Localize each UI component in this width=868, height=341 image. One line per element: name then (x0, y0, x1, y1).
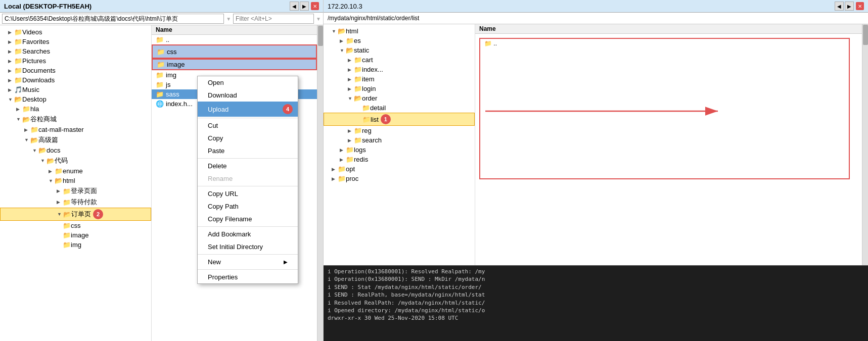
menu-copypath[interactable]: Copy Path (198, 200, 298, 213)
tree-item-hla[interactable]: ▶ 📁 hla (0, 104, 151, 114)
right-tree-redis[interactable]: ▶ 📁 redis (324, 155, 475, 164)
right-nav-prev[interactable]: ◀ (835, 2, 844, 11)
menu-upload[interactable]: Upload 4 (198, 102, 298, 117)
left-panel-close[interactable]: ✕ (311, 2, 319, 10)
left-panel-body: ▶ 📁 Videos ▶ 📁 Favorites ▶ 📁 Searches ▶ … (0, 25, 323, 341)
file-item-css[interactable]: 📁 css 3 (152, 44, 317, 59)
right-tree-html[interactable]: ▼ 📂 html (324, 26, 475, 36)
right-tree-proc[interactable]: ▶ 📁 proc (324, 174, 475, 183)
tree-item-login[interactable]: ▶ 📁 登录页面 (0, 185, 151, 197)
menu-separator-5 (198, 254, 298, 255)
menu-setinitial[interactable]: Set Initial Directory (198, 240, 298, 253)
tree-item-code[interactable]: ▼ 📂 代码 (0, 155, 151, 166)
right-tree-login[interactable]: ▶ 📁 login (324, 84, 475, 93)
tree-item-gaoji[interactable]: ▼ 📂 高级篇 (0, 134, 151, 145)
tree-item-wait[interactable]: ▶ 📁 等待付款 (0, 197, 151, 208)
menu-cut[interactable]: Cut (198, 119, 298, 132)
tree-item-image-sub[interactable]: 📁 image (0, 230, 151, 240)
tree-item-img-sub[interactable]: 📁 img (0, 240, 151, 250)
right-tree-static[interactable]: ▼ 📂 static (324, 45, 475, 55)
tree-item-documents[interactable]: ▶ 📁 Documents (0, 66, 151, 75)
right-scrollbar[interactable] (862, 24, 868, 265)
menu-addbookmark[interactable]: Add Bookmark (198, 228, 298, 240)
right-tree-search[interactable]: ▶ 📁 search (324, 135, 475, 145)
tree-label: image (71, 231, 88, 239)
menu-label: Copy (208, 134, 223, 142)
right-nav-next[interactable]: ▶ (845, 2, 854, 11)
right-tree-reg[interactable]: ▶ 📁 reg (324, 126, 475, 135)
expand-arrow: ▶ (340, 157, 345, 162)
menu-properties[interactable]: Properties (198, 271, 298, 283)
folder-icon: 📁 (354, 127, 362, 134)
tree-item-docs[interactable]: ▼ 📂 docs (0, 145, 151, 155)
log-line-7: drwxr-xr-x 30 Wed 25-Nov-2020 15:08 UTC (328, 314, 864, 322)
folder-icon: 📂 (354, 94, 362, 102)
tree-label: reg (362, 127, 372, 134)
right-tree-cart[interactable]: ▶ 📁 cart (324, 55, 475, 65)
right-tree-order[interactable]: ▼ 📂 order (324, 93, 475, 103)
right-file-area: 📁 .. (479, 38, 850, 179)
right-tree-detail[interactable]: 📁 detail (324, 103, 475, 113)
file-icon: 🌐 (156, 100, 164, 108)
scroll-thumb[interactable] (318, 26, 323, 46)
menu-label: Copy Filename (208, 215, 252, 223)
folder-icon: 📁 (22, 105, 30, 113)
right-file-item-parent[interactable]: 📁 .. (480, 39, 849, 48)
right-tree-item[interactable]: ▶ 📁 item (324, 74, 475, 84)
menu-copyurl[interactable]: Copy URL (198, 187, 298, 200)
left-filter-input[interactable] (233, 14, 314, 24)
right-scroll-thumb[interactable] (863, 25, 868, 45)
folder-icon: 📂 (30, 136, 38, 144)
left-panel: Local (DESKTOP-FTH5EAH) ◀ ▶ ✕ ▼ ▼ ▶ (0, 0, 324, 341)
parent-icon: 📁 (484, 40, 492, 47)
menu-label: Open (208, 79, 224, 86)
filter-dropdown-arrow[interactable]: ▼ (316, 16, 321, 22)
right-tree-logs[interactable]: ▶ 📁 logs (324, 145, 475, 155)
file-item-name: js (166, 81, 170, 88)
file-item-name: index.h... (166, 100, 193, 108)
left-scrollbar[interactable] (317, 25, 323, 341)
menu-open[interactable]: Open (198, 76, 298, 89)
tree-item-catmall[interactable]: ▶ 📁 cat-mall-master (0, 125, 151, 134)
menu-copyfilename[interactable]: Copy Filename (198, 213, 298, 225)
tree-label: Music (22, 86, 39, 93)
menu-download[interactable]: Download (198, 89, 298, 102)
right-tree-index[interactable]: ▶ 📁 index... (324, 65, 475, 74)
tree-item-html[interactable]: ▼ 📂 html (0, 176, 151, 185)
tree-label: img (71, 241, 81, 249)
folder-icon: 📁 (346, 146, 354, 154)
menu-delete[interactable]: Delete (198, 160, 298, 172)
tree-item-downloads[interactable]: ▶ 📁 Downloads (0, 75, 151, 85)
menu-separator-2 (198, 158, 298, 159)
menu-label: Set Initial Directory (208, 243, 263, 251)
tree-item-searches[interactable]: ▶ 📁 Searches (0, 46, 151, 56)
menu-new[interactable]: New ▶ (198, 256, 298, 268)
dropdown-arrow[interactable]: ▼ (226, 16, 231, 22)
tree-item-order[interactable]: ▼ 📂 订单页 2 (0, 208, 151, 221)
right-panel-titlebar: 172.20.10.3 ◀ ▶ ✕ (324, 0, 868, 13)
menu-separator (198, 118, 298, 118)
left-address-input[interactable] (2, 14, 224, 24)
menu-separator-4 (198, 226, 298, 227)
right-tree-list[interactable]: 📁 list 1 (324, 113, 475, 126)
file-item-image[interactable]: 📁 image (152, 59, 317, 70)
menu-rename[interactable]: Rename (198, 172, 298, 185)
tree-item-desktop[interactable]: ▼ 📂 Desktop (0, 94, 151, 104)
tree-item-css-sub[interactable]: 📁 css (0, 221, 151, 230)
tree-item-videos[interactable]: ▶ 📁 Videos (0, 27, 151, 37)
tree-item-enume[interactable]: ▶ 📁 enume (0, 166, 151, 176)
menu-copy[interactable]: Copy (198, 132, 298, 144)
menu-paste[interactable]: Paste (198, 144, 298, 157)
left-nav-next[interactable]: ▶ (300, 2, 309, 11)
tree-item-pictures[interactable]: ▶ 📁 Pictures (0, 56, 151, 66)
folder-icon: 📁 (362, 116, 371, 123)
tree-item-music[interactable]: ▶ 🎵 Music (0, 85, 151, 94)
expand-arrow: ▶ (348, 67, 353, 72)
tree-item-favorites[interactable]: ▶ 📁 Favorites (0, 37, 151, 46)
right-tree-es[interactable]: ▶ 📁 es (324, 36, 475, 45)
file-item-parent[interactable]: 📁 .. (152, 35, 317, 44)
right-panel-close[interactable]: ✕ (856, 2, 864, 10)
tree-item-guli[interactable]: ▼ 📂 谷粒商城 (0, 114, 151, 125)
right-tree-opt[interactable]: ▶ 📁 opt (324, 164, 475, 174)
left-nav-prev[interactable]: ◀ (290, 2, 299, 11)
